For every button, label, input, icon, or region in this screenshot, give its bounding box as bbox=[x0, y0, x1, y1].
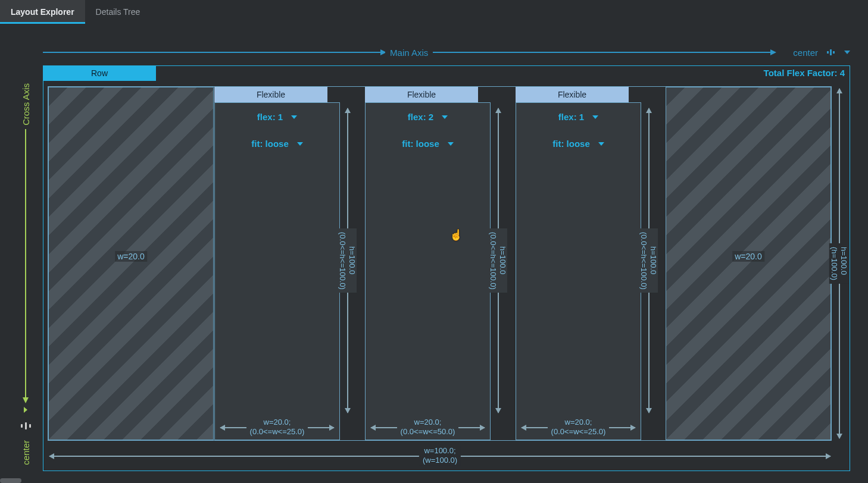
child-height-label-2: h=100.0(0.0<=h<=100.0) bbox=[639, 228, 658, 293]
empty-space-left: w=20.0 bbox=[48, 87, 214, 440]
chevron-down-icon bbox=[598, 142, 604, 146]
main-axis-arrow-left bbox=[43, 52, 385, 53]
row-height-label: h=100.0(h=100.0) bbox=[829, 243, 849, 284]
cross-axis-indicator: Cross Axis center bbox=[17, 83, 35, 465]
child-width-indicator-2: w=20.0;(0.0<=w<=25.0) bbox=[522, 416, 635, 438]
empty-space-right: w=20.0 bbox=[666, 87, 831, 440]
flexible-child-2[interactable]: Flexible flex: 1 fit: loose h=100.0(0.0<… bbox=[516, 87, 665, 440]
main-axis-alignment-select[interactable]: center bbox=[775, 48, 850, 58]
flex-select-1[interactable]: flex: 2 bbox=[408, 112, 448, 122]
empty-space-left-width: w=20.0 bbox=[115, 251, 147, 262]
child-tag-0: Flexible bbox=[214, 87, 327, 102]
child-inner-0 bbox=[214, 102, 340, 440]
child-width-indicator-1: w=20.0;(0.0<=w<=50.0) bbox=[371, 416, 485, 438]
fit-select-0[interactable]: fit: loose bbox=[251, 139, 303, 149]
child-height-label-0: h=100.0(0.0<=h<=100.0) bbox=[338, 228, 357, 293]
child-height-indicator-0: h=100.0(0.0<=h<=100.0) bbox=[336, 108, 358, 413]
tab-details-tree[interactable]: Details Tree bbox=[85, 0, 151, 24]
cross-axis-label: Cross Axis bbox=[21, 83, 31, 126]
child-width-label-0: w=20.0;(0.0<=w<=25.0) bbox=[246, 418, 308, 437]
child-height-indicator-1: h=100.0(0.0<=h<=100.0) bbox=[487, 108, 508, 413]
main-axis-arrow-right bbox=[433, 52, 775, 53]
flex-select-0[interactable]: flex: 1 bbox=[257, 112, 297, 122]
row-widget-tag[interactable]: Row bbox=[43, 65, 156, 81]
row-widget-box: Row Total Flex Factor: 4 w=20.0 Flexible… bbox=[43, 65, 850, 471]
fit-select-1[interactable]: fit: loose bbox=[402, 139, 454, 149]
row-width-label: w=100.0;(w=100.0) bbox=[419, 446, 461, 466]
layout-canvas: Main Axis center Cross Axis center Row T… bbox=[0, 24, 868, 483]
chevron-down-icon bbox=[592, 115, 598, 119]
flex-value-0: flex: 1 bbox=[257, 112, 283, 122]
fit-value-2: fit: loose bbox=[552, 139, 590, 149]
child-width-indicator-0: w=20.0;(0.0<=w<=25.0) bbox=[220, 416, 334, 438]
child-width-label-2: w=20.0;(0.0<=w<=25.0) bbox=[548, 418, 610, 437]
child-tag-1: Flexible bbox=[365, 87, 478, 102]
child-inner-2 bbox=[516, 102, 641, 440]
chevron-down-icon bbox=[442, 115, 448, 119]
child-tag-2: Flexible bbox=[516, 87, 629, 102]
chevron-down-icon bbox=[297, 142, 303, 146]
row-width-indicator: w=100.0;(w=100.0) bbox=[49, 444, 830, 467]
cross-axis-alignment-value: center bbox=[21, 440, 31, 465]
child-inner-1 bbox=[365, 102, 491, 440]
flex-value-2: flex: 1 bbox=[558, 112, 584, 122]
main-axis-label: Main Axis bbox=[385, 48, 433, 58]
tabs-bar: Layout Explorer Details Tree bbox=[0, 0, 868, 24]
flex-select-2[interactable]: flex: 1 bbox=[558, 112, 598, 122]
empty-space-right-width: w=20.0 bbox=[732, 251, 764, 262]
main-axis-alignment-value: center bbox=[793, 48, 818, 58]
flex-value-1: flex: 2 bbox=[408, 112, 433, 122]
fit-select-2[interactable]: fit: loose bbox=[552, 139, 604, 149]
row-children-container: w=20.0 Flexible flex: 1 fit: loose bbox=[48, 86, 832, 441]
flexible-child-1[interactable]: Flexible flex: 2 fit: loose h=100.0(0.0<… bbox=[365, 87, 514, 440]
svg-rect-1 bbox=[830, 49, 832, 55]
svg-rect-2 bbox=[833, 51, 835, 54]
cross-axis-alignment-select[interactable]: center bbox=[21, 408, 31, 465]
fit-value-1: fit: loose bbox=[402, 139, 439, 149]
cross-axis-arrow bbox=[25, 129, 26, 402]
fit-value-0: fit: loose bbox=[251, 139, 289, 149]
total-flex-factor: Total Flex Factor: 4 bbox=[764, 68, 845, 78]
child-height-label-1: h=100.0(0.0<=h<=100.0) bbox=[488, 228, 508, 293]
main-axis-indicator: Main Axis center bbox=[43, 46, 850, 58]
chevron-down-icon bbox=[291, 115, 297, 119]
flexible-child-0[interactable]: Flexible flex: 1 fit: loose h=100.0(0.0<… bbox=[214, 87, 364, 440]
hand-cursor-icon: ☝ bbox=[449, 228, 463, 242]
svg-rect-0 bbox=[827, 51, 829, 54]
align-center-horizontal-icon bbox=[826, 48, 836, 57]
tab-layout-explorer[interactable]: Layout Explorer bbox=[0, 0, 85, 24]
chevron-right-icon bbox=[24, 407, 27, 413]
chevron-down-icon bbox=[448, 142, 454, 146]
child-height-indicator-2: h=100.0(0.0<=h<=100.0) bbox=[638, 108, 659, 413]
chevron-down-icon bbox=[844, 51, 850, 54]
row-height-indicator: h=100.0(h=100.0) bbox=[830, 89, 847, 438]
child-width-label-1: w=20.0;(0.0<=w<=50.0) bbox=[397, 418, 459, 437]
align-center-vertical-icon bbox=[21, 422, 31, 429]
horizontal-scrollbar-thumb[interactable] bbox=[0, 478, 21, 483]
